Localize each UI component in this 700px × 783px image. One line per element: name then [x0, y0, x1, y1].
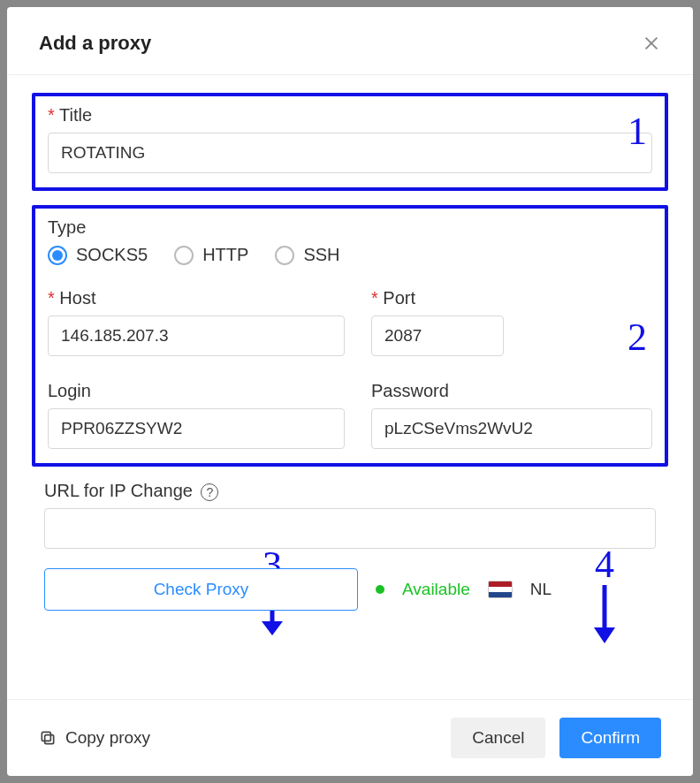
radio-circle-icon [174, 246, 194, 265]
radio-label: SSH [303, 245, 339, 265]
copy-icon [39, 729, 57, 747]
type-radio-ssh[interactable]: SSH [275, 245, 339, 265]
status-available-text: Available [402, 580, 470, 599]
close-icon[interactable] [642, 34, 661, 53]
radio-label: SOCKS5 [76, 245, 148, 265]
country-code: NL [530, 580, 552, 599]
annotation-4-group: 4 [587, 542, 622, 643]
help-icon[interactable]: ? [201, 483, 218, 501]
port-input[interactable] [371, 315, 504, 356]
url-change-input[interactable] [44, 508, 656, 549]
host-input[interactable] [48, 315, 345, 356]
annotation-number-4: 4 [587, 542, 622, 587]
cancel-button[interactable]: Cancel [451, 718, 545, 758]
radio-circle-icon [275, 246, 294, 265]
login-input[interactable] [48, 408, 345, 449]
title-label: Title [48, 105, 652, 125]
radio-circle-icon [48, 246, 67, 265]
title-section: 1 Title [32, 93, 668, 191]
confirm-button[interactable]: Confirm [559, 718, 661, 758]
check-proxy-row: Check Proxy Available NL 4 [44, 568, 656, 611]
radio-label: HTTP [202, 245, 248, 265]
modal-footer: Copy proxy Cancel Confirm [7, 699, 693, 776]
password-input[interactable] [371, 408, 652, 449]
svg-marker-5 [594, 627, 615, 643]
check-proxy-button[interactable]: Check Proxy [44, 568, 358, 611]
url-change-label: URL for IP Change ? [44, 481, 656, 501]
type-radio-socks5[interactable]: SOCKS5 [48, 245, 148, 265]
svg-rect-6 [45, 735, 54, 744]
host-label: Host [48, 288, 345, 308]
arrow-down-icon [587, 582, 622, 643]
svg-rect-7 [42, 732, 50, 741]
modal-header: Add a proxy [7, 7, 693, 75]
type-radio-http[interactable]: HTTP [174, 245, 248, 265]
copy-proxy-label: Copy proxy [65, 728, 150, 748]
title-input[interactable] [48, 133, 652, 173]
annotation-number-1: 1 [628, 109, 647, 154]
type-radio-group: SOCKS5 HTTP SSH [48, 245, 652, 265]
connection-section: 2 Type SOCKS5 HTTP SSH Host [32, 205, 668, 467]
add-proxy-modal: Add a proxy 1 Title 2 Type SOCKS5 HTTP [7, 7, 693, 776]
status-dot-icon [376, 585, 384, 594]
flag-nl-icon [488, 581, 513, 598]
modal-body: 1 Title 2 Type SOCKS5 HTTP SSH [7, 75, 693, 699]
port-label: Port [371, 288, 504, 308]
modal-title: Add a proxy [39, 32, 151, 55]
annotation-number-2: 2 [628, 315, 647, 360]
url-change-section: URL for IP Change ? 3 Check Proxy Availa… [32, 481, 668, 611]
copy-proxy-button[interactable]: Copy proxy [39, 728, 150, 748]
svg-marker-3 [262, 621, 283, 635]
type-label: Type [48, 217, 652, 238]
password-label: Password [371, 381, 652, 401]
login-label: Login [48, 381, 345, 401]
